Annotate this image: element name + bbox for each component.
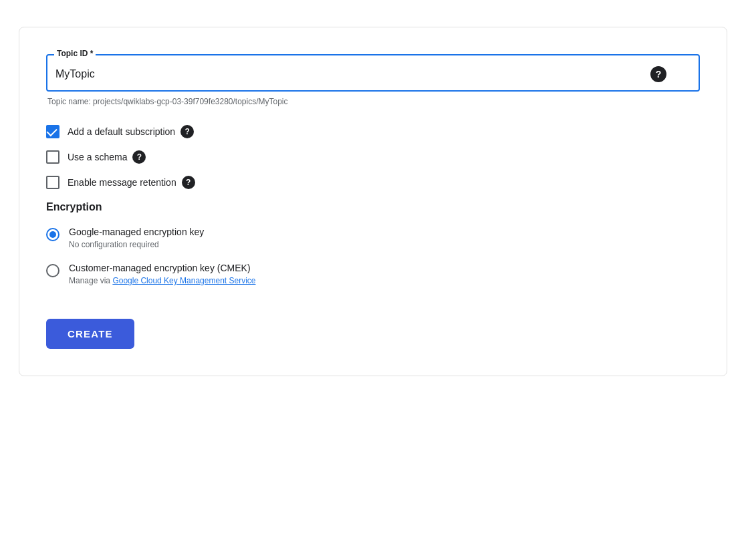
radio-google-managed-content: Google-managed encryption key No configu… (69, 227, 204, 249)
topic-id-help-icon[interactable]: ? (650, 66, 666, 82)
radio-google-managed[interactable]: Google-managed encryption key No configu… (46, 227, 700, 249)
radio-google-managed-label: Google-managed encryption key (69, 227, 204, 237)
encryption-section-title: Encryption (46, 201, 700, 213)
radio-customer-managed-sublabel: Manage via Google Cloud Key Management S… (69, 276, 256, 285)
checkbox-enable-message-retention-label: Enable message retention ? (68, 176, 195, 189)
topic-name-hint: Topic name: projects/qwiklabs-gcp-03-39f… (46, 97, 700, 106)
radio-google-managed-sublabel: No configuration required (69, 240, 204, 249)
checkbox-add-default-subscription-label: Add a default subscription ? (68, 125, 194, 138)
checkbox-use-schema[interactable]: Use a schema ? (46, 150, 700, 164)
radio-customer-managed-label: Customer-managed encryption key (CMEK) (69, 263, 256, 273)
create-button[interactable]: CREATE (46, 319, 134, 349)
radio-customer-managed-input[interactable] (46, 264, 59, 277)
checkbox-use-schema-input[interactable] (46, 150, 59, 164)
add-default-subscription-help-icon[interactable]: ? (180, 125, 194, 138)
checkbox-add-default-subscription[interactable]: Add a default subscription ? (46, 125, 700, 138)
topic-id-field: Topic ID * MyTopic ? (46, 54, 700, 92)
enable-message-retention-help-icon[interactable]: ? (182, 176, 195, 189)
radio-customer-managed[interactable]: Customer-managed encryption key (CMEK) M… (46, 263, 700, 285)
checkbox-add-default-subscription-input[interactable] (46, 125, 59, 138)
radio-customer-managed-content: Customer-managed encryption key (CMEK) M… (69, 263, 256, 285)
topic-id-value[interactable]: MyTopic (55, 68, 95, 80)
use-schema-help-icon[interactable]: ? (132, 150, 146, 164)
radio-google-managed-input[interactable] (46, 228, 59, 241)
checkbox-enable-message-retention-input[interactable] (46, 176, 59, 189)
key-management-service-link[interactable]: Google Cloud Key Management Service (112, 276, 255, 285)
checkbox-enable-message-retention[interactable]: Enable message retention ? (46, 176, 700, 189)
checkbox-use-schema-label: Use a schema ? (68, 150, 146, 164)
form-container: Topic ID * MyTopic ? Topic name: project… (19, 27, 727, 376)
topic-id-label: Topic ID * (54, 49, 96, 58)
